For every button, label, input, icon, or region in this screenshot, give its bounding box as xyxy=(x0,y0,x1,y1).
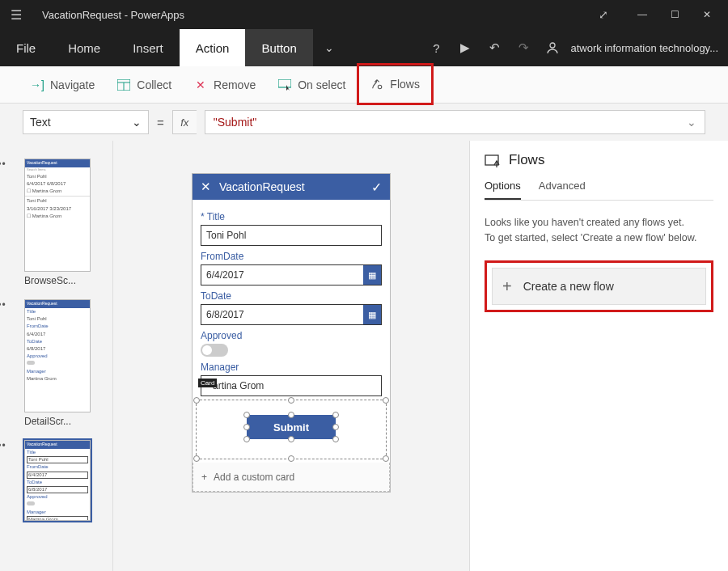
flows-panel: Flows Options Advanced Looks like you ha… xyxy=(469,141,728,571)
ribbon-remove-label: Remove xyxy=(214,78,256,91)
thumb-menu-icon[interactable]: ••• xyxy=(0,159,6,170)
equals-label: = xyxy=(157,116,164,129)
formula-input[interactable]: "Submit" ⌄ xyxy=(205,110,705,134)
close-button[interactable]: ✕ xyxy=(691,0,723,29)
tab-options[interactable]: Options xyxy=(485,180,521,200)
thumb-header: VacationRequest xyxy=(25,300,90,308)
ribbon-remove[interactable]: ✕ Remove xyxy=(183,66,267,103)
plus-icon: + xyxy=(502,278,512,294)
create-new-flow-button[interactable]: + Create a new flow xyxy=(492,268,706,305)
calendar-icon[interactable]: ▦ xyxy=(363,265,381,285)
flows-empty-text: Looks like you haven't created any flows… xyxy=(485,215,713,246)
ribbon-navigate[interactable]: →] Navigate xyxy=(19,66,106,103)
approved-toggle[interactable] xyxy=(201,344,228,357)
ribbon-flows-label: Flows xyxy=(390,78,420,91)
app-title: VacationRequest xyxy=(219,180,305,193)
ribbon-flows[interactable]: Flows xyxy=(357,63,434,105)
property-value: Text xyxy=(30,116,51,129)
title-input[interactable]: Toni Pohl xyxy=(201,225,382,246)
onselect-icon xyxy=(278,78,291,91)
remove-icon: ✕ xyxy=(194,78,207,91)
menu-insert[interactable]: Insert xyxy=(116,29,180,66)
plus-icon: + xyxy=(201,472,207,483)
svg-point-5 xyxy=(379,85,382,88)
account-icon[interactable] xyxy=(538,41,567,54)
todate-input[interactable]: 6/8/2017 ▦ xyxy=(201,304,382,325)
manager-value: artina Grom xyxy=(213,380,264,391)
title-value: Toni Pohl xyxy=(206,230,246,241)
thumb-header: VacationRequest xyxy=(25,159,90,167)
expand-icon[interactable]: ⤢ xyxy=(587,0,620,29)
field-label-approved: Approved xyxy=(201,330,382,341)
property-dropdown[interactable]: Text ⌄ xyxy=(23,110,149,134)
thumb-detail[interactable]: ••• VacationRequest Title Toni Pohl From… xyxy=(8,299,104,427)
submit-button[interactable]: Submit xyxy=(247,415,336,439)
undo-icon[interactable]: ↶ xyxy=(480,40,509,55)
screen-thumbnails: ••• VacationRequest Search Items Toni Po… xyxy=(0,141,113,571)
app-preview: ✕ VacationRequest ✓ * Title Toni Pohl Fr… xyxy=(192,173,391,493)
panel-tabs: Options Advanced xyxy=(485,180,713,201)
svg-rect-4 xyxy=(278,79,291,87)
field-label-from: FromDate xyxy=(201,251,382,262)
flows-icon xyxy=(370,78,383,91)
minimize-button[interactable]: — xyxy=(626,0,658,29)
app-header: ✕ VacationRequest ✓ xyxy=(193,174,390,200)
thumb-menu-icon[interactable]: ••• xyxy=(0,440,6,451)
account-name[interactable]: atwork information technology... xyxy=(567,42,728,54)
create-flow-highlight: + Create a new flow xyxy=(485,260,713,312)
ribbon-collect-label: Collect xyxy=(137,78,171,91)
ribbon-onselect[interactable]: On select xyxy=(267,66,357,103)
ribbon-onselect-label: On select xyxy=(298,78,345,91)
window-title: VacationRequest - PowerApps xyxy=(42,9,184,21)
maximize-button[interactable]: ☐ xyxy=(658,0,691,29)
selected-card[interactable]: Submit xyxy=(196,400,387,459)
flows-panel-icon xyxy=(485,153,501,167)
redo-icon[interactable]: ↷ xyxy=(509,40,538,55)
formula-bar: Text ⌄ = fx "Submit" ⌄ xyxy=(0,104,728,141)
flows-panel-title: Flows xyxy=(509,152,544,168)
thumb-label: BrowseSc... xyxy=(24,275,91,286)
calendar-icon[interactable]: ▦ xyxy=(363,305,381,324)
manager-input[interactable]: artina Grom xyxy=(201,375,382,396)
ribbon-toolbar: →] Navigate Collect ✕ Remove On select F… xyxy=(0,66,728,104)
thumb-label: DetailScr... xyxy=(24,416,91,427)
cancel-icon[interactable]: ✕ xyxy=(201,180,211,194)
thumb-edit[interactable]: ••• VacationRequest Title Toni Pohl From… xyxy=(8,440,104,521)
thumb-browse[interactable]: ••• VacationRequest Search Items Toni Po… xyxy=(8,159,104,286)
chevron-down-icon: ⌄ xyxy=(132,116,142,129)
menu-button[interactable]: Button xyxy=(245,29,312,66)
menu-action[interactable]: Action xyxy=(180,29,246,66)
svg-point-0 xyxy=(550,43,555,48)
formula-expand-icon[interactable]: ⌄ xyxy=(687,116,696,129)
fromdate-value: 6/4/2017 xyxy=(206,269,244,281)
main-menu: File Home Insert Action Button ⌄ ? ▶ ↶ ↷… xyxy=(0,29,728,66)
hamburger-icon[interactable]: ☰ xyxy=(5,7,28,23)
field-label-title: Title xyxy=(207,211,225,222)
add-card-label: Add a custom card xyxy=(214,472,294,483)
fx-icon[interactable]: fx xyxy=(172,110,197,134)
ribbon-navigate-label: Navigate xyxy=(50,78,95,91)
card-badge: Card xyxy=(198,379,217,387)
play-icon[interactable]: ▶ xyxy=(451,40,480,55)
create-flow-label: Create a new flow xyxy=(523,280,614,293)
menu-home[interactable]: Home xyxy=(52,29,116,66)
field-label-to: ToDate xyxy=(201,290,382,302)
collect-icon xyxy=(117,78,130,91)
thumb-menu-icon[interactable]: ••• xyxy=(0,299,6,311)
add-custom-card[interactable]: + Add a custom card xyxy=(193,463,390,492)
formula-text: "Submit" xyxy=(214,116,257,129)
design-canvas[interactable]: ✕ VacationRequest ✓ * Title Toni Pohl Fr… xyxy=(113,141,469,571)
ribbon-collect[interactable]: Collect xyxy=(106,66,183,103)
menu-overflow-icon[interactable]: ⌄ xyxy=(313,29,345,66)
navigate-icon: →] xyxy=(31,78,44,91)
fromdate-input[interactable]: 6/4/2017 ▦ xyxy=(201,264,382,286)
submit-check-icon[interactable]: ✓ xyxy=(371,180,382,195)
field-label-manager: Manager xyxy=(201,362,382,373)
tab-advanced[interactable]: Advanced xyxy=(539,180,586,200)
todate-value: 6/8/2017 xyxy=(206,309,244,320)
submit-label: Submit xyxy=(273,421,309,434)
menu-file[interactable]: File xyxy=(0,29,52,66)
thumb-header: VacationRequest xyxy=(25,441,90,449)
window-titlebar: ☰ VacationRequest - PowerApps ⤢ — ☐ ✕ xyxy=(0,0,728,29)
help-icon[interactable]: ? xyxy=(421,41,451,55)
